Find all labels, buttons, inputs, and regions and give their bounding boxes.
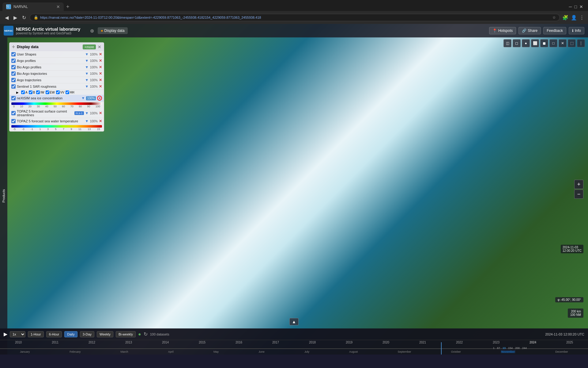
browser-tab[interactable]: N NARVAL ✕	[2, 2, 64, 11]
play-button[interactable]: ▶	[4, 331, 7, 337]
time-btn-1hour[interactable]: 1-Hour	[28, 331, 44, 337]
year-2013: 2013	[125, 341, 132, 344]
products-sidebar[interactable]: Products	[0, 37, 7, 355]
extensions-icon[interactable]: 🧩	[562, 15, 568, 21]
month-dec: December	[555, 350, 568, 353]
map-arrow-button[interactable]: ▲	[289, 318, 299, 325]
speed-select[interactable]: 1x 2x 0.5x	[10, 331, 25, 337]
sentinel-sub-iw[interactable]: IW	[36, 90, 44, 94]
timeline-scroll[interactable]: 2010 2011 2012 2013 2014 2015 2016 2017 …	[0, 340, 588, 355]
sentinel-sub-hh[interactable]: HH	[66, 90, 74, 94]
zoom-in-button[interactable]: +	[574, 180, 583, 189]
layer-remove-argo-traj[interactable]: ✕	[99, 78, 102, 82]
map-date: 2024-11-03	[563, 246, 582, 249]
globe-icon[interactable]: ⊕	[90, 28, 94, 33]
layer-opacity-nexisim: 100%	[86, 96, 96, 100]
toolbar-btn-7[interactable]: ✕	[559, 39, 567, 47]
layer-checkbox-topaz-currents[interactable]	[11, 111, 16, 115]
layer-remove-argo-profiles[interactable]: ✕	[99, 59, 102, 63]
hotspot-icon: 📍	[492, 29, 497, 33]
layer-remove-bio-argo-traj[interactable]: ✕	[99, 71, 102, 76]
layer-checkbox-user-shapes[interactable]	[11, 52, 16, 56]
layer-checkbox-bio-argo-profiles[interactable]	[11, 65, 16, 69]
app-title-block: NERSC Arctic virtual laboratory powered …	[16, 27, 80, 35]
time-btn-weekly[interactable]: Weekly	[97, 331, 113, 337]
time-btn-biweekly[interactable]: Bi-weekly	[116, 331, 136, 337]
zoom-out-button[interactable]: −	[574, 190, 583, 199]
layer-checkbox-argo-profiles[interactable]	[11, 59, 16, 63]
hotspots-button[interactable]: 📍 Hotspots	[489, 27, 516, 34]
layer-remove-user-shapes[interactable]: ✕	[99, 52, 102, 56]
layer-opacity-user-shapes: 100%	[90, 53, 98, 56]
year-2023: 2023	[493, 341, 499, 344]
timeline-cursor[interactable]	[441, 342, 442, 355]
profile-icon[interactable]: 👤	[571, 15, 577, 21]
layer-checkbox-argo-traj[interactable]	[11, 78, 16, 82]
year-2012: 2012	[89, 341, 95, 344]
timeline-controls: ▶ 1x 2x 0.5x 1-Hour 6-Hour Daily 3-Day W…	[0, 328, 588, 340]
tab-bar: N NARVAL ✕ + ─ □ ✕	[0, 0, 588, 11]
layer-checkbox-bio-argo-traj[interactable]	[11, 71, 16, 76]
sentinel-sub-b[interactable]: B	[29, 90, 35, 94]
layer-topaz-temp: TOPAZ 5 forecast sea water temperature ▼…	[9, 118, 104, 125]
panel-add-button[interactable]: +more	[83, 44, 96, 49]
expand-icon[interactable]: ▶	[16, 91, 19, 94]
bookmark-icon[interactable]: ☆	[552, 15, 556, 20]
refresh-button[interactable]: ↻	[144, 331, 148, 337]
coords-display: φ -45.00°, 90.00°	[555, 297, 583, 302]
layer-remove-sentinel[interactable]: ✕	[99, 84, 102, 89]
toolbar-btn-2[interactable]: ◻	[513, 39, 521, 47]
layer-style-icon[interactable]: ▼	[85, 52, 89, 56]
products-label: Products	[2, 189, 6, 202]
topaz-temp-gradient	[11, 125, 102, 128]
layer-remove-nexisim[interactable]: ✕	[97, 96, 102, 101]
toolbar-btn-9[interactable]: ⋮	[577, 39, 585, 47]
layer-remove-topaz-temp[interactable]: ✕	[99, 119, 102, 123]
layer-style-icon-topaz-currents[interactable]: ▼	[85, 111, 89, 115]
layer-checkbox-topaz-temp[interactable]	[11, 119, 16, 123]
minimize-btn[interactable]: ─	[569, 4, 572, 9]
display-data-button[interactable]: ● Display data	[98, 27, 127, 34]
toolbar-btn-4[interactable]: ⬜	[531, 39, 539, 47]
layer-style-icon-nexisim[interactable]: ▼	[81, 96, 85, 100]
layer-style-icon-topaz-temp[interactable]: ▼	[85, 119, 89, 123]
layer-style-icon-bio-argo[interactable]: ▼	[85, 65, 89, 69]
layer-name-nexisim: neXtSIM sea ice concentration	[17, 96, 80, 100]
layer-nexisim: neXtSIM sea ice concentration ▼ 100% ✕	[9, 95, 104, 102]
layer-remove-bio-argo-profiles[interactable]: ✕	[99, 65, 102, 69]
month-sep: September	[398, 350, 411, 353]
sentinel-sub-ew[interactable]: EW	[46, 90, 55, 94]
sentinel-sub-a[interactable]: A	[21, 90, 28, 94]
feedback-button[interactable]: Feedback	[543, 27, 566, 34]
time-btn-6hour[interactable]: 6-Hour	[46, 331, 62, 337]
toolbar-btn-5[interactable]: ◼	[540, 39, 548, 47]
forward-btn[interactable]: ▶	[12, 13, 18, 22]
toolbar-btn-8[interactable]: ⬚	[568, 39, 576, 47]
time-btn-3day[interactable]: 3-Day	[80, 331, 94, 337]
sentinel-sub-vv[interactable]: VV	[56, 90, 64, 94]
back-btn[interactable]: ◀	[4, 13, 10, 22]
url-bar[interactable]: 🔒 https://narval.nersc.no/?date=2024-11-…	[30, 14, 560, 21]
layer-style-icon-sentinel[interactable]: ▼	[85, 84, 89, 89]
toolbar-btn-1[interactable]: ◫	[503, 39, 511, 47]
menu-icon[interactable]: ⋮	[579, 15, 584, 21]
info-button[interactable]: ℹ Info	[569, 27, 584, 34]
close-btn[interactable]: ✕	[579, 4, 583, 9]
panel-close-btn[interactable]: ✕	[98, 44, 101, 49]
share-button[interactable]: 🔗 Share	[518, 27, 541, 34]
new-tab-btn[interactable]: +	[66, 4, 70, 10]
toolbar-btn-6[interactable]: □	[549, 39, 557, 47]
current-time-display: 2024-11-03 12:00:20 UTC	[545, 332, 584, 336]
live-button[interactable]: ●	[138, 332, 141, 337]
toolbar-btn-3[interactable]: ●	[522, 39, 530, 47]
time-btn-daily[interactable]: Daily	[64, 331, 77, 337]
layer-style-icon-argo-traj[interactable]: ▼	[85, 78, 89, 82]
layer-checkbox-nexisim[interactable]	[11, 96, 16, 100]
reload-btn[interactable]: ↻	[21, 13, 27, 22]
tab-close-btn[interactable]: ✕	[56, 4, 60, 9]
layer-style-icon-bio-argo-traj[interactable]: ▼	[85, 71, 89, 76]
maximize-btn[interactable]: □	[575, 4, 577, 9]
layer-remove-topaz-currents[interactable]: ✕	[99, 111, 102, 115]
layer-style-icon-argo[interactable]: ▼	[85, 59, 89, 63]
layer-checkbox-sentinel[interactable]	[11, 84, 16, 89]
